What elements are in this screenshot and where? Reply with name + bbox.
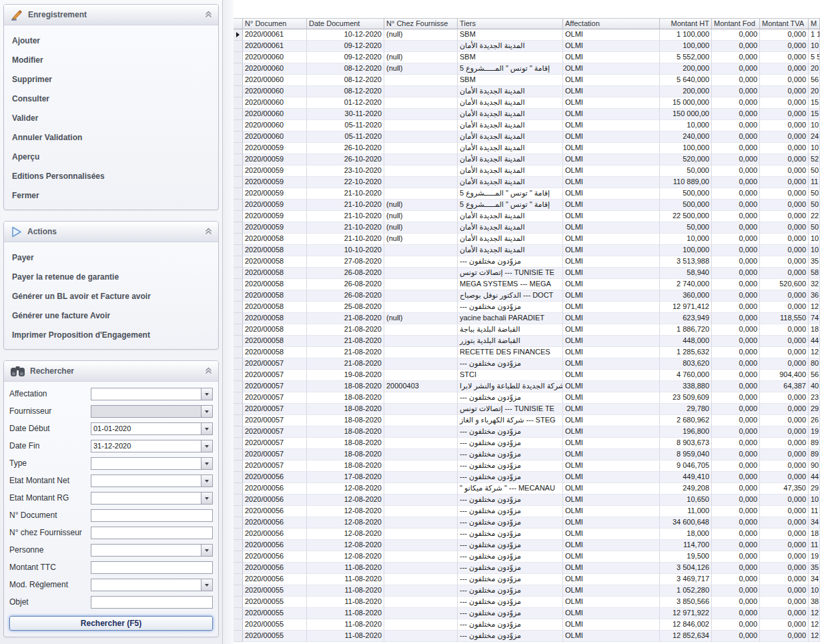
grid-cell[interactable]: 0,000 xyxy=(712,438,760,449)
grid-cell[interactable]: 0,000 xyxy=(712,517,760,529)
grid-cell[interactable]: 10 xyxy=(809,495,820,506)
grid-cell[interactable]: 803,620 xyxy=(660,358,712,370)
grid-cell[interactable]: 10 xyxy=(809,41,820,52)
grid-cell[interactable]: 2020/00058 xyxy=(243,302,307,313)
group-enregistrement-header[interactable]: Enregistrement xyxy=(4,5,218,25)
grid-cell[interactable]: 2020/00057 xyxy=(243,449,307,460)
table-row[interactable]: 2020/0005922-10-2020المدينة الجديدة الأم… xyxy=(234,177,820,188)
grid-cell[interactable]: 50 xyxy=(809,222,820,234)
grid-cell[interactable]: المدينة الجديدة الأمان xyxy=(458,41,563,52)
table-row[interactable]: 2020/0006008-12-2020المدينة الجديدة الأم… xyxy=(234,86,820,97)
grid-cell[interactable]: 2020/00059 xyxy=(243,188,307,200)
grid-cell[interactable]: 2020/00058 xyxy=(243,245,307,256)
grid-cell[interactable]: 1 886,720 xyxy=(660,324,712,336)
table-row[interactable]: 2020/0005821-08-2020القباضة البلدية بتوز… xyxy=(234,336,820,347)
grid-cell[interactable]: 0,000 xyxy=(760,222,809,234)
grid-cell[interactable]: --- مزوّدون مختلفون xyxy=(458,551,563,563)
grid-cell[interactable]: 0,000 xyxy=(712,177,760,188)
grid-cell[interactable] xyxy=(384,86,458,97)
grid-cell[interactable]: 0,000 xyxy=(712,449,760,460)
table-row[interactable]: 2020/0006109-12-2020المدينة الجديدة الأم… xyxy=(234,41,820,52)
grid-cell[interactable]: المدينة الجديدة الأمان xyxy=(458,154,563,166)
grid-cell[interactable]: 240,000 xyxy=(660,131,712,143)
grid-cell[interactable]: 10-10-2020 xyxy=(307,245,384,256)
grid-cell[interactable] xyxy=(384,472,458,483)
grid-cell[interactable]: 2020/00055 xyxy=(243,597,307,608)
grid-cell[interactable]: OLMI xyxy=(563,279,660,290)
date-debut-combo[interactable]: 01-01-2020 xyxy=(91,422,213,435)
grid-cell[interactable]: 2020/00056 xyxy=(243,540,307,551)
grid-cell[interactable]: المدينة الجديدة الأمان xyxy=(458,245,563,256)
grid-cell[interactable]: 0,000 xyxy=(760,109,809,120)
grid-cell[interactable] xyxy=(384,245,458,256)
grid-cell[interactable]: 0,000 xyxy=(712,426,760,438)
grid-cell[interactable]: 11-08-2020 xyxy=(307,619,384,631)
table-row[interactable]: 2020/0005923-10-2020المدينة الجديدة الأم… xyxy=(234,166,820,177)
grid-cell[interactable]: OLMI xyxy=(563,52,660,63)
table-row[interactable]: 2020/0005611-08-2020--- مزوّدون مختلفونO… xyxy=(234,563,820,574)
grid-cell[interactable]: 0,000 xyxy=(760,529,809,540)
grid-cell[interactable]: 10,000 xyxy=(660,234,712,245)
nav-item-modifier[interactable]: Modifier xyxy=(4,51,218,70)
column-header-montant-ht[interactable]: Montant HT xyxy=(660,18,712,29)
grid-cell[interactable]: (null) xyxy=(384,222,458,234)
grid-cell[interactable]: 10,000 xyxy=(660,120,712,131)
column-header-montant-tva[interactable]: Montant TVA xyxy=(760,18,809,29)
grid-cell[interactable]: 22 xyxy=(809,211,820,222)
grid-cell[interactable]: --- مزوّدون مختلفون xyxy=(458,597,563,608)
grid-cell[interactable]: 0,000 xyxy=(760,52,809,63)
grid-cell[interactable]: 0,000 xyxy=(760,358,809,370)
grid-cell[interactable]: 12 971,922 xyxy=(660,608,712,619)
grid-cell[interactable]: 12 xyxy=(809,631,820,642)
grid-cell[interactable]: 0,000 xyxy=(760,211,809,222)
grid-cell[interactable]: 0,000 xyxy=(712,483,760,495)
grid-cell[interactable] xyxy=(384,347,458,358)
grid-cell[interactable]: --- مزوّدون مختلفون xyxy=(458,449,563,460)
grid-cell[interactable]: 3 504,126 xyxy=(660,563,712,574)
grid-cell[interactable]: STCI xyxy=(458,370,563,381)
grid-cell[interactable]: 19 xyxy=(809,426,820,438)
grid-cell[interactable] xyxy=(384,143,458,154)
grid-cell[interactable]: 0,000 xyxy=(712,109,760,120)
grid-cell[interactable]: 64,387 xyxy=(760,381,809,392)
grid-cell[interactable]: 0,000 xyxy=(712,97,760,109)
grid-cell[interactable]: 2020/00060 xyxy=(243,120,307,131)
grid-cell[interactable]: 0,000 xyxy=(712,358,760,370)
grid-cell[interactable]: 0,000 xyxy=(760,63,809,75)
grid-cell[interactable]: 2020/00059 xyxy=(243,211,307,222)
grid-cell[interactable]: 56 xyxy=(809,370,820,381)
grid-cell[interactable]: 1 052,280 xyxy=(660,585,712,597)
table-row[interactable]: 2020/0006009-12-2020(null)SBMOLMI5 552,0… xyxy=(234,52,820,63)
grid-cell[interactable]: 2020/00059 xyxy=(243,143,307,154)
grid-cell[interactable]: 2020/00058 xyxy=(243,347,307,358)
grid-cell[interactable]: 2020/00061 xyxy=(243,41,307,52)
grid-cell[interactable]: 0,000 xyxy=(760,188,809,200)
grid-cell[interactable]: 0,000 xyxy=(760,540,809,551)
grid-cell[interactable]: 21-10-2020 xyxy=(307,234,384,245)
grid-cell[interactable]: OLMI xyxy=(563,290,660,302)
grid-cell[interactable]: 2 740,000 xyxy=(660,279,712,290)
grid-cell[interactable]: 2020/00058 xyxy=(243,256,307,268)
grid-cell[interactable]: الدكتور نوفل بوصباح --- DOCT xyxy=(458,290,563,302)
grid-cell[interactable]: 3 850,566 xyxy=(660,597,712,608)
table-row[interactable]: 2020/0006005-11-2020المدينة الجديدة الأم… xyxy=(234,131,820,143)
grid-cell[interactable]: SBM xyxy=(458,52,563,63)
grid-cell[interactable]: 2020/00057 xyxy=(243,415,307,426)
grid-cell[interactable]: --- مزوّدون مختلفون xyxy=(458,256,563,268)
grid-cell[interactable] xyxy=(384,290,458,302)
grid-cell[interactable]: --- مزوّدون مختلفون xyxy=(458,506,563,517)
grid-cell[interactable]: القباضة البلدية بباجة xyxy=(458,324,563,336)
grid-cell[interactable]: 0,000 xyxy=(712,585,760,597)
type-combo-value[interactable] xyxy=(91,458,201,469)
grid-cell[interactable]: 50,000 xyxy=(660,222,712,234)
personne-combo[interactable] xyxy=(91,544,213,557)
grid-cell[interactable]: 2020/00059 xyxy=(243,154,307,166)
grid-cell[interactable]: --- مزوّدون مختلفون xyxy=(458,472,563,483)
grid-cell[interactable]: OLMI xyxy=(563,188,660,200)
fournisseur-combo-value[interactable] xyxy=(91,406,201,417)
grid-cell[interactable]: OLMI xyxy=(563,381,660,392)
grid-cell[interactable] xyxy=(384,574,458,585)
grid-cell[interactable]: 0,000 xyxy=(760,551,809,563)
grid-cell[interactable]: 0,000 xyxy=(712,574,760,585)
grid-cell[interactable]: 8 959,040 xyxy=(660,449,712,460)
